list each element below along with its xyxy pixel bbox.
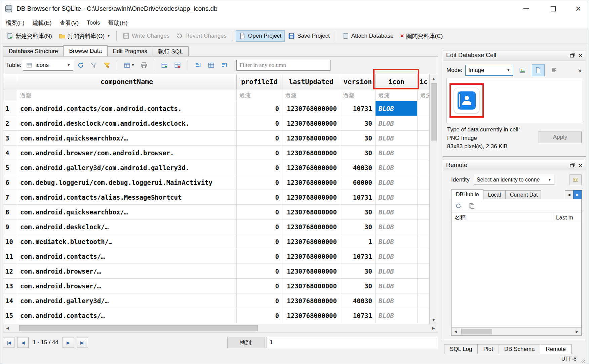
column-header-lastupdated[interactable]: lastUpdated — [282, 74, 340, 89]
column-header-componentname[interactable]: componentName — [17, 74, 237, 89]
column-header-partial[interactable]: ic — [418, 74, 429, 89]
cell-componentname[interactable]: com.android.contacts/… — [17, 249, 237, 264]
column-header-icon[interactable]: icon — [376, 74, 418, 89]
cell-version[interactable]: 10731 — [340, 190, 376, 205]
cell-lastupdated[interactable]: 1230768000000 — [282, 205, 340, 219]
table-row[interactable]: 4 com.android.browser/com.android.browse… — [3, 146, 429, 160]
cell-componentname[interactable]: com.android.gallery3d/… — [17, 293, 237, 308]
cell-profileid[interactable]: 0 — [237, 175, 282, 190]
cell-version[interactable]: 1 — [340, 234, 376, 249]
remote-refresh-icon[interactable] — [455, 202, 462, 209]
cell-icon-blob[interactable]: BLOB — [376, 293, 418, 308]
undock-panel-icon[interactable] — [570, 164, 574, 167]
cell-version[interactable]: 30 — [340, 131, 376, 146]
table-row[interactable]: 11 com.android.contacts/… 0 123076800000… — [3, 249, 429, 264]
scroll-down-icon[interactable]: ▼ — [430, 316, 438, 324]
tab-execute-sql[interactable]: 執行 SQL — [153, 46, 189, 56]
cell-profileid[interactable]: 0 — [237, 131, 282, 146]
filter-any-column-input[interactable] — [236, 60, 330, 71]
save-filter-button[interactable] — [101, 59, 113, 71]
cell-componentname[interactable]: com.android.browser/… — [17, 264, 237, 279]
cell-componentname[interactable]: com.android.deskclock/… — [17, 219, 237, 234]
cell-partial[interactable] — [418, 101, 429, 116]
cell-lastupdated[interactable]: 1230768000000 — [282, 190, 340, 205]
cell-partial[interactable] — [418, 160, 429, 175]
dock-tab-remote[interactable]: Remote — [540, 344, 572, 354]
cell-componentname[interactable]: com.android.contacts/alias.MessageShortc… — [17, 190, 237, 205]
tab-database-structure[interactable]: Database Structure — [3, 46, 64, 56]
cell-profileid[interactable]: 0 — [237, 116, 282, 131]
filter-cell-partial[interactable]: 過濾 — [418, 89, 429, 101]
attach-database-button[interactable]: Attach Database — [339, 30, 397, 42]
cell-profileid[interactable]: 0 — [237, 308, 282, 323]
cell-version[interactable]: 10731 — [340, 308, 376, 323]
first-page-button[interactable]: |◀ — [3, 337, 14, 348]
open-database-dropdown-icon[interactable]: ▼ — [107, 34, 110, 38]
cell-version[interactable]: 30 — [340, 279, 376, 293]
remote-tab-dbhub[interactable]: DBHub.io — [451, 189, 483, 199]
undock-panel-icon[interactable] — [570, 54, 574, 57]
cell-icon-blob[interactable]: BLOB — [376, 160, 418, 175]
table-row[interactable]: 10 com.mediatek.bluetooth/… 0 1230768000… — [3, 234, 429, 249]
remote-tab-current-database[interactable]: Current Dat — [505, 190, 541, 199]
encoding-indicator[interactable]: UTF-8 — [561, 356, 577, 362]
cell-version[interactable]: 40030 — [340, 160, 376, 175]
next-page-button[interactable]: ▶ — [63, 337, 74, 348]
identity-certificate-button[interactable] — [570, 174, 582, 185]
dock-tab-plot[interactable]: Plot — [477, 344, 499, 354]
cell-icon-blob[interactable]: BLOB — [376, 146, 418, 160]
table-row[interactable]: 2 com.android.deskclock/com.android.desk… — [3, 116, 429, 131]
table-row[interactable]: 6 com.debug.loggerui/com.debug.loggerui.… — [3, 175, 429, 190]
cell-componentname[interactable]: com.android.browser/com.android.browser. — [17, 146, 237, 160]
cell-partial[interactable] — [418, 219, 429, 234]
import-image-button[interactable] — [516, 64, 529, 76]
table-row[interactable]: 14 com.android.gallery3d/… 0 12307680000… — [3, 293, 429, 308]
cell-profileid[interactable]: 0 — [237, 219, 282, 234]
remote-clone-icon[interactable] — [468, 202, 475, 209]
align-mode-button[interactable] — [548, 64, 560, 76]
new-database-button[interactable]: 新建資料庫(N) — [3, 30, 55, 42]
remote-tab-local[interactable]: Local — [483, 190, 505, 199]
cell-lastupdated[interactable]: 1230768000000 — [282, 219, 340, 234]
cell-partial[interactable] — [418, 205, 429, 219]
cell-componentname[interactable]: com.android.gallery3d/com.android.galler… — [17, 160, 237, 175]
grid-vertical-scrollbar[interactable]: ▲ ▼ — [429, 74, 438, 324]
cell-version[interactable]: 40030 — [340, 293, 376, 308]
last-page-button[interactable]: ▶| — [77, 337, 88, 348]
menu-view[interactable]: 查看(V) — [55, 17, 83, 29]
cell-profileid[interactable]: 0 — [237, 190, 282, 205]
cell-profileid[interactable]: 0 — [237, 205, 282, 219]
table-row[interactable]: 13 com.android.browser/… 0 1230768000000… — [3, 279, 429, 293]
prev-page-button[interactable]: ◀ — [17, 337, 29, 348]
cell-icon-blob[interactable]: BLOB — [376, 234, 418, 249]
table-row[interactable]: 12 com.android.browser/… 0 1230768000000… — [3, 264, 429, 279]
cell-icon-blob[interactable]: BLOB — [376, 205, 418, 219]
cell-componentname[interactable]: com.android.quicksearchbox/… — [17, 205, 237, 219]
grid-horizontal-scrollbar[interactable]: ◀ ▶ — [3, 324, 438, 332]
filter-cell-icon[interactable]: 過濾 — [376, 89, 418, 101]
cell-lastupdated[interactable]: 1230768000000 — [282, 264, 340, 279]
maximize-button[interactable] — [544, 0, 562, 17]
cell-icon-blob[interactable]: BLOB — [376, 308, 418, 323]
cell-version[interactable]: 30 — [340, 146, 376, 160]
cell-partial[interactable] — [418, 190, 429, 205]
menu-help[interactable]: 幫助(H) — [104, 17, 132, 29]
close-button[interactable]: × — [571, 0, 589, 17]
scroll-left-icon[interactable]: ◀ — [451, 327, 460, 336]
cell-icon-blob[interactable]: BLOB — [376, 279, 418, 293]
cell-componentname[interactable]: com.android.contacts/com.android.contact… — [17, 101, 237, 116]
minimize-button[interactable] — [517, 0, 535, 17]
menu-file[interactable]: 檔案(F) — [2, 17, 29, 29]
cell-lastupdated[interactable]: 1230768000000 — [282, 249, 340, 264]
goto-button[interactable]: 轉到: — [227, 337, 265, 348]
cell-icon-blob[interactable]: BLOB — [376, 131, 418, 146]
cell-componentname[interactable]: com.android.quicksearchbox/… — [17, 131, 237, 146]
cell-partial[interactable] — [418, 264, 429, 279]
filter-cell-version[interactable]: 過濾 — [340, 89, 376, 101]
remote-horizontal-scrollbar[interactable]: ◀ ▶ — [451, 327, 581, 335]
column-header-profileid[interactable]: profileId — [237, 74, 282, 89]
cell-icon-blob[interactable]: BLOB — [376, 249, 418, 264]
more-options-icon[interactable]: » — [578, 67, 582, 74]
cell-partial[interactable] — [418, 308, 429, 323]
cell-version[interactable]: 60000 — [340, 175, 376, 190]
